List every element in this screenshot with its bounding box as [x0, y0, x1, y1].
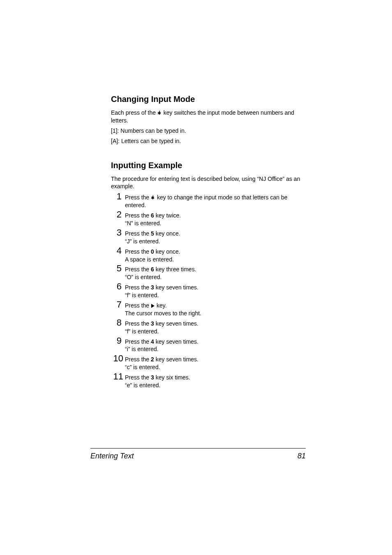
step-content: Press the 2 key seven times. “c” is ente…: [125, 354, 198, 371]
step-content: Press the 4 key seven times. “i” is ente…: [125, 336, 198, 354]
step-4: 4 Press the 0 key once. A space is enter…: [111, 246, 306, 264]
heading-changing-input-mode: Changing Input Mode: [111, 95, 306, 104]
key-label: 3: [151, 374, 154, 381]
text-fragment: key.: [155, 302, 167, 309]
page: Changing Input Mode Each press of the ke…: [0, 0, 392, 555]
key-label: 3: [151, 284, 154, 291]
text-fragment: Press the: [125, 302, 151, 309]
step-content: Press the 5 key once. “J” is entered.: [125, 228, 180, 245]
step-1: 1 Press the key to change the input mode…: [111, 192, 306, 209]
text-fragment: Press the: [125, 320, 151, 327]
footer-row: Entering Text 81: [90, 452, 306, 460]
text-fragment: key twice.: [154, 212, 181, 219]
footer-rule: [90, 448, 306, 449]
step-2: 2 Press the 6 key twice. “N” is entered.: [111, 210, 306, 227]
step-number: 5: [111, 264, 122, 273]
text-fragment: key seven times.: [154, 320, 198, 327]
step-content: Press the key to change the input mode s…: [125, 192, 306, 209]
step-content: Press the 3 key seven times. “f” is ente…: [125, 318, 198, 335]
step-content: Press the 6 key three times. “O” is ente…: [125, 264, 196, 281]
step-number: 10: [111, 354, 123, 363]
step-9: 9 Press the 4 key seven times. “i” is en…: [111, 336, 306, 354]
step-result: “e” is entered.: [125, 382, 160, 388]
paragraph-mode-numbers: [1]: Numbers can be typed in.: [111, 127, 306, 135]
paragraph-mode-letters: [A]: Letters can be typed in.: [111, 137, 306, 145]
key-label: 5: [151, 230, 154, 237]
step-number: 6: [111, 282, 122, 291]
step-3: 3 Press the 5 key once. “J” is entered.: [111, 228, 306, 245]
star-key-icon: [157, 111, 162, 116]
step-number: 2: [111, 210, 122, 219]
text-fragment: Press the: [125, 212, 151, 219]
step-result: The cursor moves to the right.: [125, 310, 201, 317]
text-fragment: Press the: [125, 338, 151, 345]
paragraph-input-mode-desc: Each press of the key switches the input…: [111, 109, 306, 125]
step-content: Press the 3 key seven times. “f” is ente…: [125, 282, 198, 299]
text-fragment: Press the: [125, 356, 151, 363]
step-result: “J” is entered.: [125, 238, 160, 245]
text-fragment: key six times.: [154, 374, 190, 381]
step-number: 8: [111, 318, 122, 327]
step-6: 6 Press the 3 key seven times. “f” is en…: [111, 282, 306, 299]
text-fragment: key seven times.: [154, 338, 198, 345]
star-key-icon: [151, 195, 155, 201]
right-arrow-icon: [151, 304, 154, 308]
footer-title: Entering Text: [90, 452, 134, 460]
step-number: 11: [111, 372, 123, 381]
text-fragment: Press the: [125, 374, 151, 381]
text-fragment: Press the: [125, 266, 151, 273]
step-content: Press the 0 key once. A space is entered…: [125, 246, 180, 264]
step-7: 7 Press the key. The cursor moves to the…: [111, 300, 306, 317]
step-number: 7: [111, 300, 122, 309]
text-fragment: Press the: [125, 194, 151, 201]
step-11: 11 Press the 3 key six times. “e” is ent…: [111, 372, 306, 389]
step-result: “O” is entered.: [125, 274, 161, 280]
text-fragment: key seven times.: [154, 284, 198, 291]
text-fragment: key three times.: [154, 266, 196, 273]
step-result: “f” is entered.: [125, 292, 159, 298]
text-fragment: Press the: [125, 230, 151, 237]
step-number: 9: [111, 336, 122, 345]
step-result: “c” is entered.: [125, 364, 160, 370]
step-list: 1 Press the key to change the input mode…: [111, 192, 306, 389]
step-8: 8 Press the 3 key seven times. “f” is en…: [111, 318, 306, 335]
step-result: “N” is entered.: [125, 220, 161, 227]
key-label: 4: [151, 338, 154, 345]
key-label: 6: [151, 212, 154, 219]
key-label: 6: [151, 266, 154, 273]
step-result: A space is entered.: [125, 256, 174, 263]
text-fragment: key seven times.: [154, 356, 198, 363]
step-content: Press the key. The cursor moves to the r…: [125, 300, 201, 317]
text-fragment: Each press of the: [111, 109, 157, 116]
step-content: Press the 6 key twice. “N” is entered.: [125, 210, 181, 227]
heading-inputting-example: Inputting Example: [111, 161, 306, 170]
text-fragment: Press the: [125, 284, 151, 291]
text-fragment: key once.: [154, 230, 180, 237]
step-5: 5 Press the 6 key three times. “O” is en…: [111, 264, 306, 281]
footer-page-number: 81: [297, 452, 306, 460]
page-footer: Entering Text 81: [90, 448, 306, 460]
step-number: 3: [111, 228, 122, 237]
paragraph-example-intro: The procedure for entering text is descr…: [111, 175, 306, 191]
key-label: 0: [151, 248, 154, 255]
step-content: Press the 3 key six times. “e” is entere…: [125, 372, 190, 389]
key-label: 2: [151, 356, 154, 363]
step-10: 10 Press the 2 key seven times. “c” is e…: [111, 354, 306, 371]
text-fragment: key once.: [154, 248, 180, 255]
text-fragment: Press the: [125, 248, 151, 255]
step-result: “i” is entered.: [125, 346, 159, 352]
key-label: 3: [151, 320, 154, 327]
step-number: 4: [111, 246, 122, 255]
step-result: “f” is entered.: [125, 328, 159, 335]
step-number: 1: [111, 192, 122, 201]
